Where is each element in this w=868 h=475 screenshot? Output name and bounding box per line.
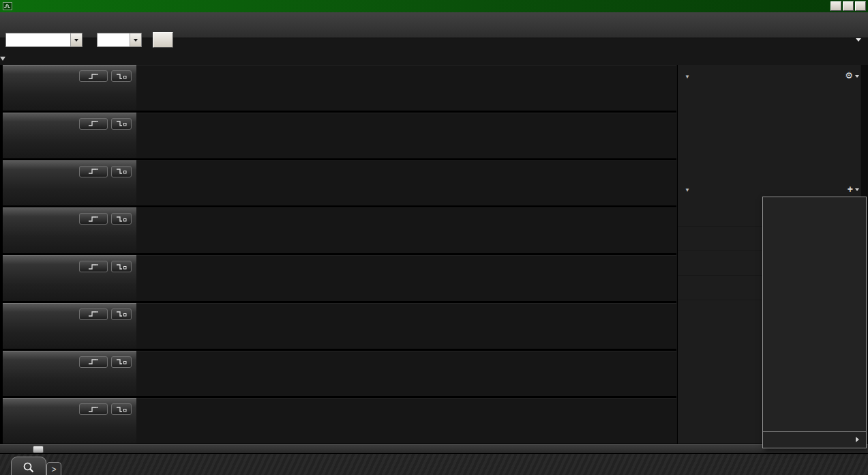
rate-dropdown-button[interactable] <box>130 33 141 46</box>
trigger-falling-button[interactable] <box>111 403 132 415</box>
channel-row-5[interactable] <box>0 303 136 349</box>
menu-item[interactable] <box>763 280 866 294</box>
channel-color-stripe <box>0 398 3 444</box>
trigger-rising-button[interactable] <box>79 356 108 368</box>
remove-all-menu-item[interactable] <box>763 433 866 446</box>
menu-item[interactable] <box>763 390 866 403</box>
trigger-falling-button[interactable] <box>111 356 132 368</box>
channel-row-4[interactable] <box>0 255 136 301</box>
options-menu-button[interactable] <box>853 35 861 44</box>
submenu-arrow-icon <box>856 437 862 442</box>
menu-item[interactable] <box>763 253 866 267</box>
trigger-falling-button[interactable] <box>111 166 132 177</box>
toolbar <box>0 12 868 38</box>
measurements-header[interactable]: ▼ ⚙ <box>678 68 868 85</box>
start-simulation-button[interactable] <box>153 32 173 48</box>
menu-item[interactable] <box>763 240 866 253</box>
rate-value <box>98 33 130 46</box>
trigger-falling-button[interactable] <box>111 308 132 320</box>
zoom-tool-button[interactable] <box>11 457 46 475</box>
channel-color-stripe <box>0 65 3 111</box>
sample-rate-select[interactable] <box>97 33 142 47</box>
channel-row-7[interactable] <box>0 398 136 444</box>
magnifier-icon <box>23 461 35 474</box>
rising-edge-icon <box>89 169 96 173</box>
rising-edge-icon <box>89 407 96 412</box>
falling-edge-icon <box>117 312 122 316</box>
title-bar[interactable] <box>0 0 868 12</box>
trigger-rising-button[interactable] <box>79 166 108 177</box>
rising-edge-icon <box>89 217 96 221</box>
chevron-down-icon <box>856 38 861 44</box>
add-analyzer-menu <box>762 197 867 448</box>
menu-item[interactable] <box>763 376 866 390</box>
timeline-marker-arrow-icon <box>0 57 5 63</box>
menu-item[interactable] <box>763 267 866 280</box>
channel-color-stripe <box>0 255 3 301</box>
menu-item[interactable] <box>763 321 866 335</box>
menu-item[interactable] <box>763 335 866 349</box>
waveform-traces <box>136 65 676 444</box>
channel-color-stripe <box>0 160 3 206</box>
trigger-falling-button[interactable] <box>111 118 132 130</box>
trigger-rising-button[interactable] <box>79 70 108 82</box>
falling-edge-icon <box>117 265 122 269</box>
trigger-falling-button[interactable] <box>111 70 132 82</box>
trigger-falling-button[interactable] <box>111 261 132 272</box>
measurements-settings-button[interactable]: ⚙ <box>845 71 859 81</box>
rising-edge-icon <box>89 121 96 126</box>
channel-color-stripe <box>0 303 3 349</box>
trigger-rising-button[interactable] <box>79 261 108 272</box>
rising-edge-icon <box>89 312 96 316</box>
rising-edge-icon <box>89 74 96 78</box>
channel-row-6[interactable] <box>0 351 136 397</box>
trigger-rising-button[interactable] <box>79 213 108 225</box>
menu-item[interactable] <box>763 308 866 321</box>
trigger-rising-button[interactable] <box>79 118 108 130</box>
menu-separator <box>763 431 866 432</box>
menu-item[interactable] <box>763 362 866 376</box>
channel-color-stripe <box>0 113 3 158</box>
scroll-slider-handle[interactable] <box>33 446 44 453</box>
falling-edge-icon <box>117 407 122 412</box>
collapse-triangle-icon: ▼ <box>685 187 690 193</box>
menu-item[interactable] <box>763 199 866 212</box>
chevron-down-icon <box>134 39 138 44</box>
chevron-down-icon <box>855 75 859 80</box>
falling-edge-icon <box>117 360 122 364</box>
plus-icon: + <box>848 184 853 194</box>
channel-row-1[interactable] <box>0 113 136 158</box>
trigger-rising-button[interactable] <box>79 308 108 320</box>
trigger-falling-button[interactable] <box>111 213 132 225</box>
minimize-button[interactable] <box>830 1 841 11</box>
gear-icon: ⚙ <box>845 71 853 81</box>
bottom-bar: > <box>0 444 868 475</box>
menu-item[interactable] <box>763 417 866 431</box>
falling-edge-icon <box>117 74 122 78</box>
samples-dropdown-button[interactable] <box>70 33 82 46</box>
falling-edge-icon <box>117 169 122 173</box>
scroll-slider-track[interactable] <box>0 444 868 453</box>
chevron-down-icon <box>74 39 78 44</box>
menu-item[interactable] <box>763 226 866 240</box>
rising-edge-icon <box>89 265 96 269</box>
zoom-toolbar: > <box>0 453 868 475</box>
channel-row-2[interactable] <box>0 160 136 206</box>
menu-item[interactable] <box>763 294 866 308</box>
add-analyzer-button[interactable]: + <box>848 184 859 194</box>
expand-tools-button[interactable]: > <box>46 462 61 475</box>
trigger-rising-button[interactable] <box>79 403 108 415</box>
menu-item[interactable] <box>763 349 866 362</box>
collapse-triangle-icon: ▼ <box>685 74 690 80</box>
maximize-button[interactable] <box>843 1 854 11</box>
app-icon <box>3 2 12 10</box>
close-button[interactable] <box>855 1 866 11</box>
measurements-section: ▼ ⚙ <box>678 68 868 91</box>
menu-item[interactable] <box>763 212 866 226</box>
channel-row-0[interactable] <box>0 65 136 111</box>
samples-select[interactable] <box>5 33 83 47</box>
channel-row-3[interactable] <box>0 207 136 253</box>
menu-item[interactable] <box>763 403 866 417</box>
measurements-list <box>678 85 868 91</box>
samples-value <box>6 33 70 46</box>
